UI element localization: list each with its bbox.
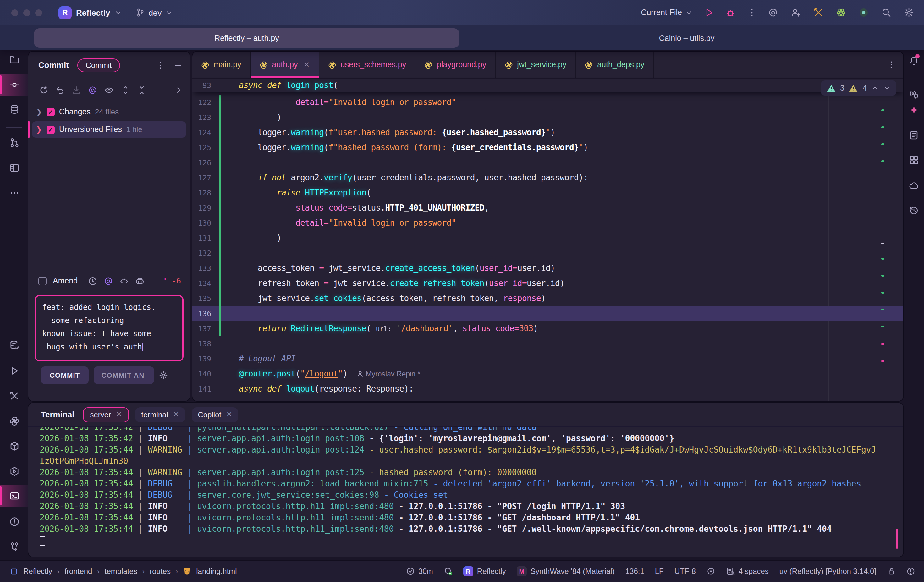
activitybar-item-build[interactable] <box>0 385 28 407</box>
activitybar-item-database[interactable] <box>0 99 28 120</box>
close-tab-icon[interactable]: ✕ <box>173 411 179 419</box>
time-tracker-widget[interactable]: 30m <box>406 567 433 576</box>
breadcrumb-item[interactable]: Reflectly <box>23 567 52 576</box>
window-controls[interactable] <box>11 9 42 16</box>
preview-diff-eye-icon[interactable] <box>104 86 114 95</box>
sticky-context-line[interactable]: 93async def login_post( <box>192 79 903 92</box>
prev-problem-chevron-icon[interactable] <box>871 84 879 92</box>
chevron-right-icon[interactable] <box>174 86 183 95</box>
tab-list-kebab-icon[interactable] <box>887 60 896 69</box>
commit-message-input[interactable]: feat: added login logics. some refactori… <box>35 295 183 361</box>
copilot-status-icon[interactable] <box>444 567 452 576</box>
editor-tab-jwt_service.py[interactable]: jwt_service.py <box>496 51 576 78</box>
changes-group-row[interactable]: ❯ ✓ Changes 24 files <box>32 104 186 120</box>
amend-checkbox[interactable] <box>38 277 46 285</box>
rightbar-item-assistant[interactable] <box>903 101 924 119</box>
more-actions-kebab-icon[interactable] <box>747 8 757 18</box>
activitybar-item-git[interactable] <box>0 536 28 557</box>
debug-button[interactable] <box>725 8 736 18</box>
activitybar-item-project[interactable] <box>0 49 28 70</box>
activitybar-item-problems[interactable] <box>0 511 28 533</box>
editor-tab-playground.py[interactable]: playground.py <box>416 51 496 78</box>
rightbar-item-notifications[interactable] <box>903 51 924 70</box>
close-window-button[interactable] <box>11 9 18 16</box>
ai-spiral-icon[interactable] <box>768 8 778 18</box>
lock-open-icon[interactable] <box>887 567 896 576</box>
copilot-icon[interactable] <box>135 276 144 286</box>
panel-options-kebab-icon[interactable] <box>156 61 165 69</box>
minimize-window-button[interactable] <box>23 9 30 16</box>
rightbar-item-cloud[interactable] <box>903 176 924 195</box>
project-widget[interactable]: R Reflectly <box>58 6 122 19</box>
activitybar-item-dependencies[interactable] <box>0 435 28 457</box>
highlighting-level-icon[interactable] <box>706 567 715 576</box>
terminal-scrollbar[interactable] <box>896 529 898 549</box>
search-icon[interactable] <box>881 8 891 18</box>
window-tab-active[interactable]: Reflectly – auth.py <box>34 28 459 48</box>
rightbar-item-documentation[interactable] <box>903 126 924 145</box>
indent-widget[interactable]: 4 spaces <box>726 567 769 576</box>
activitybar-item-commit[interactable] <box>0 74 28 96</box>
rightbar-item-device-manager[interactable] <box>903 151 924 170</box>
activitybar-item-run[interactable] <box>0 360 28 381</box>
activitybar-item-structure[interactable] <box>0 157 28 178</box>
commit-options-gear-icon[interactable] <box>159 371 168 379</box>
chevron-right-icon[interactable]: ❯ <box>36 107 42 116</box>
editor-tab-users_schemes.py[interactable]: users_schemes.py <box>319 51 416 78</box>
terminal-tab-server[interactable]: server✕ <box>83 407 129 422</box>
hide-panel-icon[interactable] <box>173 61 182 69</box>
terminal-tab-Copilot[interactable]: Copilot✕ <box>191 407 238 422</box>
activitybar-item-pull-requests[interactable] <box>0 132 28 153</box>
run-configuration-selector[interactable]: Current File <box>641 8 693 17</box>
close-tab-icon[interactable]: ✕ <box>226 411 232 419</box>
ai-commit-icon[interactable] <box>88 86 97 95</box>
branch-name[interactable]: dev <box>148 8 162 17</box>
activitybar-item-data-sources[interactable] <box>0 335 28 356</box>
expand-all-icon[interactable] <box>121 86 130 95</box>
close-tab-icon[interactable]: ✕ <box>116 411 122 419</box>
event-log-icon[interactable] <box>906 567 915 576</box>
theme-widget[interactable]: M SynthWave '84 (Material) <box>517 566 615 576</box>
unversioned-group-row[interactable]: ❯ ✓ Unversioned Files 1 file <box>32 121 186 138</box>
checkbox-checked[interactable]: ✓ <box>46 108 55 116</box>
commit-button[interactable]: COMMIT <box>41 366 89 384</box>
editor-tab-auth.py[interactable]: auth.py✕ <box>251 51 319 78</box>
shelve-icon[interactable] <box>72 86 81 95</box>
activitybar-item-services[interactable] <box>0 461 28 482</box>
activitybar-item-more-tools[interactable] <box>0 182 28 204</box>
run-button[interactable] <box>704 8 714 18</box>
activitybar-item-terminal[interactable] <box>0 485 28 506</box>
atom-icon[interactable] <box>836 8 846 18</box>
breadcrumb-item[interactable]: frontend <box>64 567 92 576</box>
commit-tab[interactable]: Commit <box>78 58 120 72</box>
editor-tab-main.py[interactable]: main.py <box>192 51 251 78</box>
refresh-icon[interactable] <box>39 86 48 95</box>
breadcrumb-item[interactable]: routes <box>150 567 171 576</box>
terminal-output[interactable]: 2026-01-08 17:35:42 | DEBUG | python_mul… <box>40 422 892 557</box>
next-problem-chevron-icon[interactable] <box>883 84 891 92</box>
chevron-right-icon[interactable]: ❯ <box>36 125 42 134</box>
activitybar-item-python-packages[interactable] <box>0 411 28 432</box>
ai-generate-message-icon[interactable] <box>103 276 113 286</box>
rightbar-item-restore[interactable] <box>903 201 924 220</box>
breadcrumb-item[interactable]: templates <box>105 567 137 576</box>
encoding-widget[interactable]: UTF-8 <box>675 567 696 576</box>
gear-icon[interactable] <box>904 8 914 18</box>
zoom-window-button[interactable] <box>35 9 42 16</box>
close-tab-icon[interactable]: ✕ <box>304 60 310 69</box>
breadcrumb-item[interactable]: landing.html <box>196 567 237 576</box>
user-plus-icon[interactable] <box>791 8 801 18</box>
tools-icon[interactable] <box>813 8 823 18</box>
project-name[interactable]: Reflectly <box>76 8 110 17</box>
inspections-widget[interactable]: 3 4 <box>821 81 896 96</box>
code-area[interactable]: 122 detail="Invalid login or password"12… <box>192 92 903 401</box>
project-widget-status[interactable]: R Reflectly <box>463 566 506 576</box>
record-icon[interactable] <box>859 8 869 18</box>
rollback-icon[interactable] <box>55 86 65 95</box>
commit-and-push-button[interactable]: COMMIT AN <box>94 366 154 384</box>
editor-tab-auth_deps.py[interactable]: auth_deps.py <box>576 51 654 78</box>
terminal-tab-terminal[interactable]: terminal✕ <box>135 407 185 422</box>
code-sparkle-icon[interactable] <box>119 276 129 286</box>
caret-position-widget[interactable]: 136:1 <box>625 567 644 576</box>
line-separator-widget[interactable]: LF <box>655 567 664 576</box>
